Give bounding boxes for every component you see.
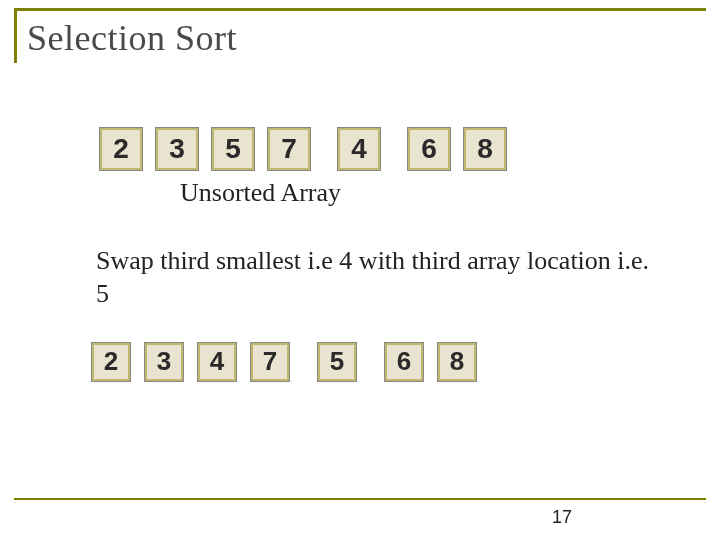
array-cell: 8 <box>464 128 506 170</box>
array-cell: 5 <box>212 128 254 170</box>
array-cell: 4 <box>198 343 236 381</box>
array-after: 2 3 4 7 5 6 8 <box>92 343 720 381</box>
array-cell: 3 <box>156 128 198 170</box>
slide-title: Selection Sort <box>27 17 706 59</box>
title-area: Selection Sort <box>14 8 706 63</box>
array-cell: 6 <box>385 343 423 381</box>
page-number: 17 <box>552 507 572 528</box>
array-cell: 5 <box>318 343 356 381</box>
array-before: 2 3 5 7 4 6 8 <box>100 128 720 170</box>
footer-rule <box>14 498 706 500</box>
unsorted-label: Unsorted Array <box>180 178 720 208</box>
array-cell: 2 <box>100 128 142 170</box>
array-cell: 2 <box>92 343 130 381</box>
array-cell: 6 <box>408 128 450 170</box>
slide: Selection Sort 2 3 5 7 4 6 8 Unsorted Ar… <box>0 0 720 540</box>
array-cell: 3 <box>145 343 183 381</box>
array-cell: 4 <box>338 128 380 170</box>
content-area: 2 3 5 7 4 6 8 Unsorted Array Swap third … <box>0 110 720 381</box>
array-cell: 7 <box>268 128 310 170</box>
array-cell: 7 <box>251 343 289 381</box>
step-description: Swap third smallest i.e 4 with third arr… <box>96 244 660 311</box>
title-border: Selection Sort <box>14 8 706 63</box>
array-cell: 8 <box>438 343 476 381</box>
